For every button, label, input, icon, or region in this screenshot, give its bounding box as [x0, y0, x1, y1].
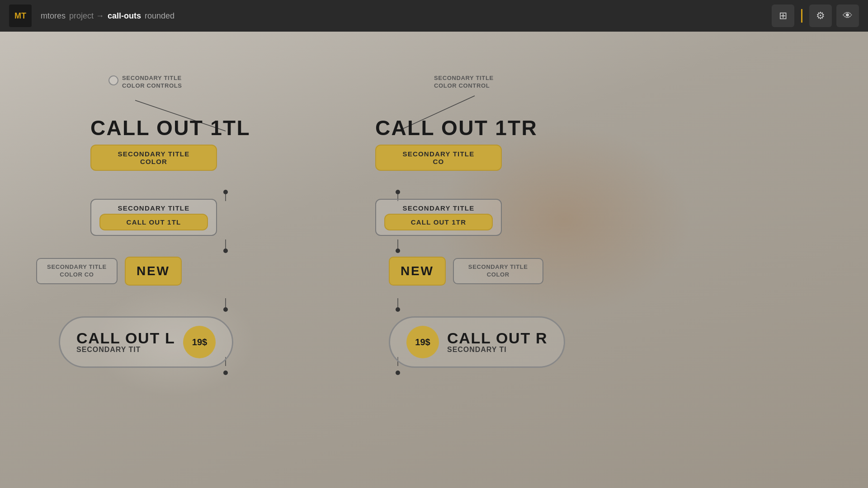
header-divider [801, 9, 802, 23]
left-pill-sec: SECONDARY TIT [76, 346, 175, 354]
right-pill-main: CALL OUT R [447, 330, 547, 346]
svg-point-2 [223, 190, 228, 194]
left-pill-texts: CALL OUT L SECONDARY TIT [76, 330, 175, 354]
left-price-circle: 19$ [183, 326, 216, 358]
right-top-label-group: SECONDARY TITLE COLOR CONTROL [434, 75, 494, 90]
left-box2-group: SECONDARY TITLE CALL OUT 1TL [90, 199, 217, 236]
svg-point-15 [396, 307, 400, 312]
left-new-label-line2: COLOR CO [60, 271, 94, 279]
left-pill-main: CALL OUT L [76, 330, 175, 346]
header: MT mtores project → call-outs rounded ⊞ … [0, 0, 868, 32]
eye-button[interactable]: 👁 [836, 5, 859, 27]
left-box1: SECONDARY TITLE COLOR [90, 145, 217, 171]
breadcrumb: mtores project → call-outs rounded [41, 11, 175, 21]
right-price-circle: 19$ [406, 326, 439, 358]
left-heading-group: CALL OUT 1TL [90, 117, 250, 138]
left-box1-line1: SECONDARY TITLE [118, 150, 190, 158]
left-box2-inner: CALL OUT 1TL [99, 214, 208, 230]
header-actions: ⊞ ⚙ 👁 [772, 5, 859, 27]
left-box2: SECONDARY TITLE CALL OUT 1TL [90, 199, 217, 236]
add-icon: ⊞ [779, 10, 787, 22]
add-button[interactable]: ⊞ [772, 5, 794, 27]
breadcrumb-project: mtores [41, 11, 66, 21]
right-box2-inner: CALL OUT 1TR [384, 214, 493, 230]
settings-icon: ⚙ [816, 10, 825, 22]
left-new-outline-label: SECONDARY TITLE COLOR CO [36, 258, 118, 284]
right-heading-group: CALL OUT 1TR [375, 117, 538, 138]
left-box2-inner-text: CALL OUT 1TL [127, 218, 181, 226]
right-new-row: NEW SECONDARY TITLE COLOR [389, 257, 543, 286]
left-pill: CALL OUT L SECONDARY TIT 19$ [59, 316, 233, 368]
svg-point-17 [396, 371, 400, 375]
eye-icon: 👁 [843, 10, 853, 22]
breadcrumb-arrow: project → [69, 11, 104, 21]
left-box2-line1: SECONDARY TITLE [118, 204, 190, 212]
right-new-badge: NEW [389, 257, 446, 286]
svg-point-4 [223, 249, 228, 253]
right-box1: SECONDARY TITLE CO [375, 145, 502, 171]
left-pill-group: CALL OUT L SECONDARY TIT 19$ [59, 316, 233, 368]
left-new-label-line1: SECONDARY TITLE [47, 263, 107, 271]
right-new-label-line2: COLOR [487, 271, 509, 279]
svg-point-6 [223, 307, 228, 312]
right-box2: SECONDARY TITLE CALL OUT 1TR [375, 199, 502, 236]
right-pill-texts: CALL OUT R SECONDARY TI [447, 330, 547, 354]
left-circle-indicator [108, 75, 118, 85]
right-box2-line1: SECONDARY TITLE [403, 204, 475, 212]
right-box1-line2: CO [433, 158, 444, 165]
breadcrumb-section: call-outs [108, 11, 141, 21]
right-box2-group: SECONDARY TITLE CALL OUT 1TR [375, 199, 502, 236]
left-top-label-group: SECONDARY TITLE COLOR CONTROLS [108, 75, 182, 90]
left-top-label: SECONDARY TITLE COLOR CONTROLS [122, 75, 182, 90]
canvas: SECONDARY TITLE COLOR CONTROLS CALL OUT … [0, 32, 868, 488]
left-box1-group: SECONDARY TITLE COLOR [90, 145, 217, 171]
left-heading: CALL OUT 1TL [90, 117, 250, 138]
logo: MT [9, 5, 32, 27]
svg-point-13 [396, 249, 400, 253]
right-pill-sec: SECONDARY TI [447, 346, 547, 354]
left-box1-line2: COLOR [140, 158, 167, 165]
right-pill-group: 19$ CALL OUT R SECONDARY TI [389, 316, 565, 368]
right-box1-line1: SECONDARY TITLE [403, 150, 475, 158]
settings-button[interactable]: ⚙ [809, 5, 832, 27]
right-heading: CALL OUT 1TR [375, 117, 538, 138]
left-new-badge: NEW [125, 257, 182, 286]
svg-point-8 [223, 371, 228, 375]
left-new-row: SECONDARY TITLE COLOR CO NEW [36, 257, 182, 286]
right-pill: 19$ CALL OUT R SECONDARY TI [389, 316, 565, 368]
breadcrumb-suffix: rounded [145, 11, 175, 21]
right-top-label: SECONDARY TITLE COLOR CONTROL [434, 75, 494, 90]
right-new-label-line1: SECONDARY TITLE [468, 263, 528, 271]
svg-point-11 [396, 190, 400, 194]
right-new-outline-label: SECONDARY TITLE COLOR [453, 258, 543, 284]
right-box2-inner-text: CALL OUT 1TR [411, 218, 466, 226]
right-box1-group: SECONDARY TITLE CO [375, 145, 502, 171]
